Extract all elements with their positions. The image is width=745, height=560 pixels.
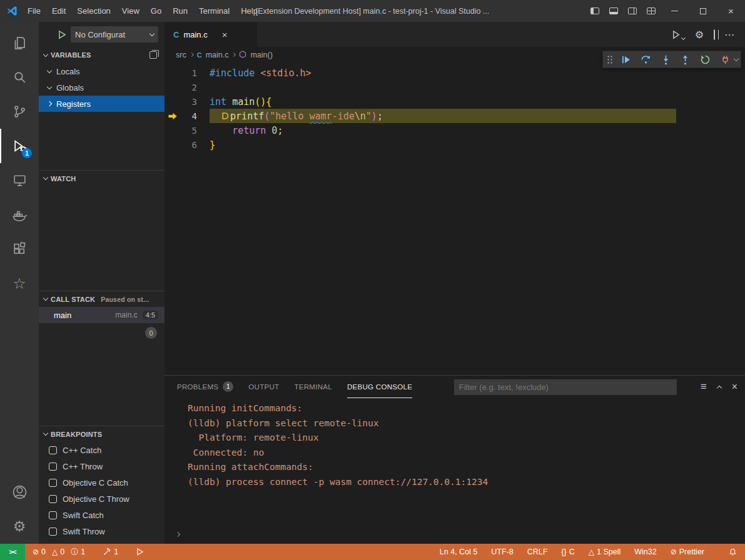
panel-tab-output[interactable]: OUTPUT	[248, 376, 279, 398]
maximize-panel-icon[interactable]	[716, 385, 721, 390]
restart-icon[interactable]	[697, 52, 714, 67]
breakpoint-item[interactable]: Swift Throw	[39, 523, 165, 539]
filter-lines-icon[interactable]: ≡	[701, 381, 707, 393]
breakpoint-checkbox[interactable]	[49, 462, 57, 471]
spell-checker-status[interactable]: △ 1 Spell	[584, 548, 625, 556]
extensions-icon[interactable]	[0, 232, 39, 266]
inline-breakpoint-icon[interactable]	[221, 112, 229, 120]
tab-main-c[interactable]: C main.c ×	[165, 22, 257, 47]
console-filter-input[interactable]	[454, 379, 677, 395]
breakpoint-checkbox[interactable]	[49, 511, 57, 519]
remote-explorer-icon[interactable]	[0, 163, 39, 198]
watch-section-header[interactable]: WATCH	[39, 170, 165, 186]
tools-status[interactable]: 1	[98, 544, 123, 560]
close-button[interactable]: ×	[717, 0, 745, 22]
chevron-down-icon[interactable]	[734, 56, 739, 61]
breadcrumb-item[interactable]: src	[176, 51, 186, 59]
code-line[interactable]: 3int main(){	[165, 94, 745, 109]
account-icon[interactable]	[0, 475, 39, 509]
panel-tab-label: TERMINAL	[294, 383, 332, 391]
debug-status[interactable]	[131, 544, 149, 560]
variables-item-globals[interactable]: Globals	[39, 79, 165, 96]
platform-indicator[interactable]: Win32	[630, 548, 661, 556]
panel-tab-problems[interactable]: PROBLEMS1	[177, 376, 233, 398]
step-into-icon[interactable]	[657, 52, 674, 67]
menu-edit[interactable]: Edit	[46, 4, 71, 18]
source-control-icon[interactable]	[0, 94, 39, 129]
panel-tab-debug-console[interactable]: DEBUG CONSOLE	[347, 376, 412, 398]
notifications-bell[interactable]	[724, 548, 740, 557]
console-output-line: (lldb) platform select remote-linux	[188, 416, 745, 431]
explorer-icon[interactable]	[0, 26, 39, 60]
code-token: <stdio.h>	[260, 68, 311, 79]
menu-go[interactable]: Go	[145, 4, 167, 18]
breakpoint-checkbox[interactable]	[49, 495, 57, 503]
breakpoint-checkbox[interactable]	[49, 479, 57, 487]
breakpoint-item[interactable]: Swift Catch	[39, 507, 165, 523]
variables-item-registers[interactable]: Registers	[39, 96, 165, 112]
editor-gear-icon[interactable]: ⚙	[695, 29, 704, 41]
more-actions-icon[interactable]: ···	[725, 30, 735, 39]
breakpoint-item[interactable]: Objective C Throw	[39, 491, 165, 507]
console-input-prompt[interactable]	[176, 529, 180, 538]
workbench: 1 ☆ ⚙ No Configurat	[0, 22, 745, 544]
call-stack-section-header[interactable]: CALL STACK Paused on st...	[39, 291, 165, 307]
problems-status[interactable]: ⊘ 0 △ 0 ⓘ 1	[25, 544, 89, 560]
code-line[interactable]: 2	[165, 80, 745, 94]
minimize-button[interactable]	[661, 0, 689, 22]
maximize-button[interactable]	[689, 0, 717, 22]
code-line[interactable]: 6}	[165, 138, 745, 152]
variables-section-header[interactable]: VARIABLES	[39, 47, 165, 63]
split-editor-icon[interactable]	[714, 30, 715, 39]
remote-indicator[interactable]: ><	[0, 544, 25, 560]
step-out-icon[interactable]	[677, 52, 694, 67]
search-icon[interactable]	[0, 60, 39, 94]
menu-run[interactable]: Run	[167, 4, 193, 18]
eol-indicator[interactable]: CRLF	[523, 548, 552, 556]
continue-icon[interactable]	[618, 52, 634, 67]
cursor-position[interactable]: Ln 4, Col 5	[435, 548, 482, 556]
favorites-star-icon[interactable]: ☆	[0, 266, 39, 301]
menu-file[interactable]: File	[22, 4, 46, 18]
debug-execution-pointer-icon[interactable]	[165, 111, 181, 121]
language-indicator[interactable]: {} C	[557, 548, 579, 556]
breakpoint-item[interactable]: Objective C Catch	[39, 474, 165, 491]
toggle-secondary-sidebar-icon[interactable]	[623, 0, 642, 22]
run-and-debug-icon[interactable]: 1	[0, 129, 39, 163]
breadcrumb-item[interactable]: main()	[250, 51, 272, 59]
breadcrumb-item[interactable]: main.c	[206, 51, 229, 59]
toolbar-grip-handle[interactable]	[607, 54, 613, 64]
toggle-panel-icon[interactable]	[604, 0, 623, 22]
code-line[interactable]: 4 printf("hello wamr-ide\n");	[165, 109, 745, 123]
formatter-status[interactable]: ⊘ Prettier	[666, 548, 709, 556]
menu-view[interactable]: View	[116, 4, 145, 18]
chevron-down-icon	[47, 84, 52, 89]
close-panel-icon[interactable]: ×	[732, 381, 737, 392]
customize-layout-icon[interactable]	[642, 0, 661, 22]
step-over-icon[interactable]	[638, 52, 654, 67]
toggle-sidebar-icon[interactable]	[585, 0, 604, 22]
settings-gear-icon[interactable]: ⚙	[0, 509, 39, 544]
start-debug-icon[interactable]	[58, 30, 67, 39]
breakpoint-item[interactable]: C++ Catch	[39, 442, 165, 458]
menu-selection[interactable]: Selection	[71, 4, 116, 18]
run-file-icon[interactable]	[671, 30, 685, 39]
breakpoint-checkbox[interactable]	[49, 446, 57, 454]
variables-item-locals[interactable]: Locals	[39, 63, 165, 79]
call-stack-frame[interactable]: main main.c 4:5	[39, 307, 165, 323]
tab-close-icon[interactable]: ×	[222, 29, 228, 40]
menu-terminal[interactable]: Terminal	[193, 4, 235, 18]
disconnect-icon[interactable]	[717, 52, 733, 67]
breakpoint-item[interactable]: C++ Throw	[39, 458, 165, 474]
copy-icon[interactable]	[150, 51, 157, 59]
breakpoints-section-header[interactable]: BREAKPOINTS	[39, 426, 165, 442]
error-icon: ⊘	[33, 548, 39, 556]
encoding-indicator[interactable]: UTF-8	[487, 548, 517, 556]
breakpoint-checkbox[interactable]	[49, 528, 57, 536]
debug-config-dropdown[interactable]: No Configurat	[71, 26, 158, 42]
docker-icon[interactable]	[0, 198, 39, 232]
panel-tab-terminal[interactable]: TERMINAL	[294, 376, 332, 398]
code-line[interactable]: 5 return 0;	[165, 123, 745, 138]
console-output-line: Platform: remote-linux	[188, 431, 745, 446]
code-editor[interactable]: 1#include <stdio.h>23int main(){4 printf…	[165, 62, 745, 375]
